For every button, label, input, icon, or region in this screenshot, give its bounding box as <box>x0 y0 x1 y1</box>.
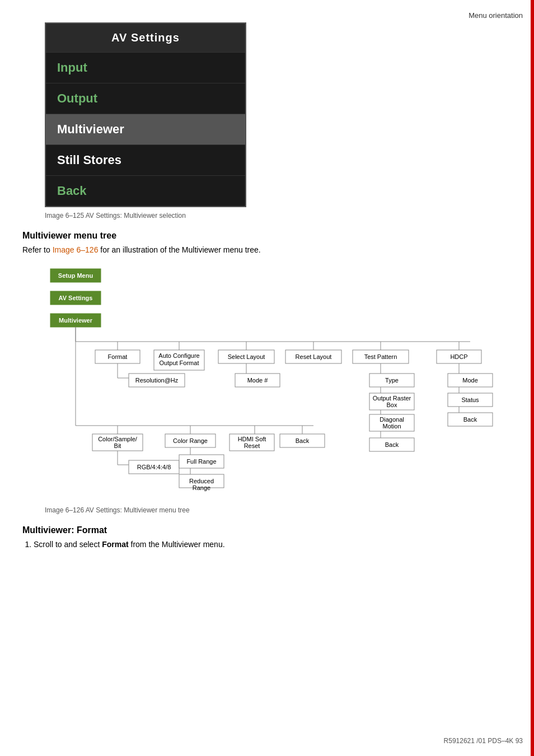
diagonal-motion-node2: Motion <box>382 423 401 430</box>
hdcp-node: HDCP <box>450 353 467 360</box>
av-menu-item-input: Input <box>46 52 245 83</box>
output-raster-box-node: Output Raster <box>373 395 411 402</box>
format-bold: Format <box>102 540 128 549</box>
type-node: Type <box>385 377 399 384</box>
multiviewer-format-steps: Scroll to and select Format from the Mul… <box>34 540 481 549</box>
av-settings-menu: AV Settings Input Output Multiviewer Sti… <box>45 22 246 207</box>
resolution-node: Resolution@Hz <box>135 377 179 384</box>
color-range-node: Color Range <box>173 437 208 444</box>
av-menu-item-back: Back <box>46 175 245 206</box>
image-125-caption: Image 6–125 AV Settings: Multiviewer sel… <box>45 212 481 220</box>
image-126-caption: Image 6–126 AV Settings: Multiviewer men… <box>45 506 481 514</box>
top-right-label: Menu orientation <box>469 11 523 20</box>
reduced-range-node: Reduced <box>189 478 214 484</box>
auto-configure-node2: Output Format <box>160 360 199 366</box>
rgb-node: RGB/4:4:4/8 <box>137 464 171 470</box>
reduced-range-node2: Range <box>193 484 210 491</box>
av-settings-title: AV Settings <box>46 24 245 52</box>
hdmi-soft-reset-node2: Reset <box>244 442 260 449</box>
av-settings-node: AV Settings <box>59 295 93 301</box>
auto-configure-node: Auto Configure <box>158 352 199 359</box>
color-sample-bit-node2: Bit <box>114 442 121 449</box>
menu-tree-diagram: Setup Menu AV Settings Multiviewer Forma… <box>45 263 481 501</box>
multiviewer-format-heading: Multiviewer: Format <box>22 525 481 535</box>
full-range-node: Full Range <box>186 458 216 465</box>
image-126-link[interactable]: Image 6–126 <box>53 245 99 254</box>
multiviewer-menu-tree-para: Refer to Image 6–126 for an illustration… <box>22 245 481 254</box>
format-node: Format <box>108 353 128 360</box>
back1-node: Back <box>385 441 399 448</box>
page-content: AV Settings Input Output Multiviewer Sti… <box>0 0 504 569</box>
mode-hash-node: Mode # <box>247 377 269 384</box>
av-menu-item-output: Output <box>46 83 245 114</box>
hdmi-soft-reset-node: HDMI Soft <box>238 436 266 442</box>
diagonal-motion-node: Diagonal <box>380 416 404 423</box>
red-bar <box>531 0 534 756</box>
bottom-info: R5912621 /01 PDS–4K 93 <box>444 737 523 745</box>
multiviewer-menu-tree-heading: Multiviewer menu tree <box>22 231 481 241</box>
output-raster-box-node2: Box <box>387 402 397 408</box>
back3-node: Back <box>296 437 310 444</box>
color-sample-bit-node: Color/Sample/ <box>98 436 138 442</box>
setup-menu-node: Setup Menu <box>58 272 93 279</box>
av-menu-item-still-stores: Still Stores <box>46 144 245 175</box>
reset-layout-node: Reset Layout <box>296 353 332 360</box>
av-menu-item-multiviewer: Multiviewer <box>46 114 245 144</box>
status-node: Status <box>461 396 479 403</box>
select-layout-node: Select Layout <box>228 353 265 360</box>
back2-node: Back <box>463 416 477 423</box>
multiviewer-node: Multiviewer <box>59 317 93 324</box>
step-1: Scroll to and select Format from the Mul… <box>34 540 481 549</box>
mode-node: Mode <box>462 377 478 384</box>
test-pattern-node: Test Pattern <box>364 353 397 360</box>
